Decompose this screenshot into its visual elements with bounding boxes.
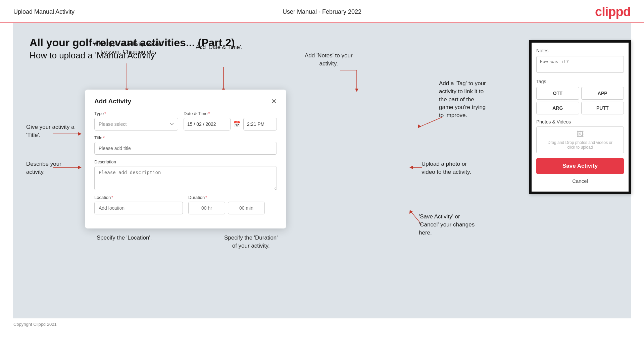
tag-app[interactable]: APP: [581, 87, 624, 100]
duration-min-input[interactable]: [228, 202, 265, 214]
annotation-location: Specify the 'Location'.: [97, 234, 152, 242]
annotation-save-cancel: 'Save Activity' or 'Cancel' your changes…: [419, 213, 475, 237]
tag-arg[interactable]: ARG: [536, 102, 579, 114]
annotation-datetime: Add 'Date & Time'.: [196, 43, 243, 51]
form-row-type-datetime: Type* Please select Date & Time* 📅: [94, 111, 277, 131]
clippd-logo: clippd: [595, 5, 631, 19]
annotation-describe: Describe your activity.: [26, 160, 61, 176]
photo-icon: 🖼: [577, 130, 584, 139]
photos-dropzone[interactable]: 🖼 Drag and Drop photos and videos or cli…: [536, 126, 624, 153]
type-label: Type*: [94, 111, 178, 116]
date-input[interactable]: [184, 118, 231, 131]
tag-ott[interactable]: OTT: [536, 87, 579, 100]
title-field-label: Title*: [94, 135, 277, 140]
form-group-title: Title*: [94, 135, 277, 155]
form-group-location: Location*: [94, 195, 183, 214]
datetime-label: Date & Time*: [184, 111, 277, 116]
title-input[interactable]: [94, 142, 277, 155]
notes-textarea[interactable]: [536, 56, 624, 73]
time-input[interactable]: [243, 118, 277, 131]
location-label: Location*: [94, 195, 183, 200]
form-row-location-duration: Location* Duration*: [94, 195, 277, 214]
form-group-datetime: Date & Time* 📅: [184, 111, 277, 131]
calendar-icon[interactable]: 📅: [233, 120, 241, 128]
annotation-photo: Upload a photo or video to the activity.: [422, 160, 471, 176]
svg-marker-22: [409, 166, 413, 169]
duration-label: Duration*: [188, 195, 277, 200]
annotation-duration: Specify the 'Duration' of your activity.: [224, 234, 278, 250]
cancel-button[interactable]: Cancel: [536, 178, 624, 184]
top-bar: Upload Manual Activity User Manual - Feb…: [0, 0, 644, 23]
type-select[interactable]: Please select: [94, 118, 178, 131]
copyright: Copyright Clippd 2021: [13, 322, 57, 327]
annotation-activity-type: What type of activity was it? Lesson, Ch…: [93, 40, 164, 56]
phone-panel: Notes Tags OTT APP ARG PUTT Photos & Vid…: [529, 40, 631, 194]
form-group-type: Type* Please select: [94, 111, 178, 131]
annotation-title: Give your activity a 'Title'.: [26, 123, 75, 139]
duration-hr-input[interactable]: [188, 202, 225, 214]
dialog-close-button[interactable]: ✕: [271, 98, 277, 105]
add-activity-dialog: Add Activity ✕ Type* Please select Date …: [85, 90, 286, 228]
form-group-duration: Duration*: [188, 195, 277, 214]
notes-section-title: Notes: [536, 48, 624, 53]
photos-section-title: Photos & Videos: [536, 119, 624, 124]
svg-marker-24: [409, 210, 413, 214]
form-group-description: Description: [94, 159, 277, 190]
annotation-notes: Add 'Notes' to your activity.: [305, 52, 353, 68]
main-content: All your golf-relevant activities... (Pa…: [13, 23, 631, 318]
svg-marker-9: [78, 166, 82, 169]
save-activity-button[interactable]: Save Activity: [536, 158, 624, 174]
tag-putt[interactable]: PUTT: [581, 102, 624, 114]
dialog-title: Add Activity: [94, 98, 131, 105]
annotation-tag: Add a 'Tag' to your activity to link it …: [439, 80, 486, 119]
location-input[interactable]: [94, 202, 183, 214]
tags-grid: OTT APP ARG PUTT: [536, 87, 624, 114]
svg-marker-20: [418, 124, 421, 128]
description-label: Description: [94, 159, 277, 164]
page-title: Upload Manual Activity: [13, 8, 75, 15]
dialog-header: Add Activity ✕: [94, 98, 277, 105]
datetime-group: 📅: [184, 118, 277, 131]
svg-marker-7: [78, 132, 82, 136]
duration-group: [188, 202, 277, 214]
doc-title: User Manual - February 2022: [283, 8, 361, 15]
svg-marker-18: [355, 89, 358, 92]
description-textarea[interactable]: [94, 166, 277, 190]
photos-instruction: Drag and Drop photos and videos or click…: [548, 140, 612, 150]
footer: Copyright Clippd 2021: [0, 318, 644, 330]
tags-section-title: Tags: [536, 79, 624, 84]
